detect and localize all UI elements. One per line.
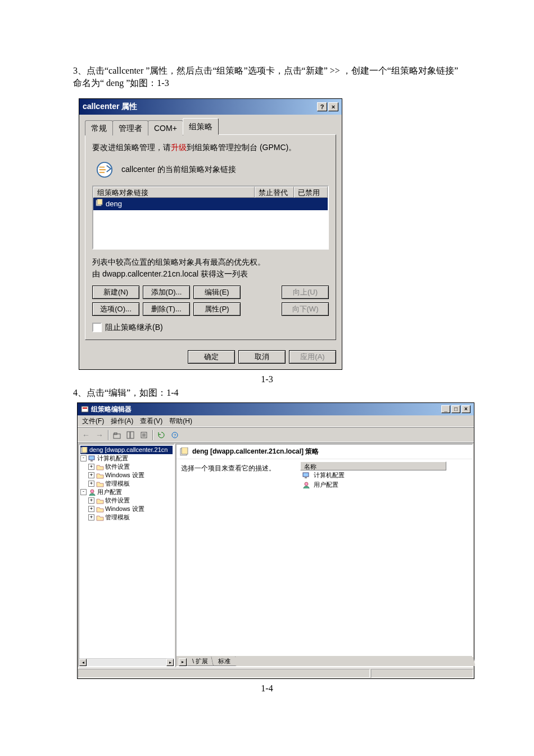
upgrade-link[interactable]: 升级 [171,143,187,152]
expand-icon[interactable]: + [88,514,94,520]
tree-uc-admin[interactable]: + 管理模板 [80,513,173,522]
add-button[interactable]: 添加(D)... [143,286,190,299]
properties-button[interactable]: 属性(P) [193,302,241,316]
help-icon[interactable]: ? [169,429,181,441]
cancel-button[interactable]: 取消 [238,350,286,364]
svg-rect-20 [305,477,307,478]
tree-root-label: deng [dwapp.callcenter.21cn [89,446,168,454]
description-hint: 选择一个项目来查看它的描述。 [181,464,275,472]
block-inheritance-checkbox[interactable] [92,323,102,332]
close-icon[interactable]: × [328,102,338,111]
menu-help[interactable]: 帮助(H) [169,417,192,426]
gpo-links-list[interactable]: 组策略对象链接 禁止替代 已禁用 deng [92,185,329,250]
expand-icon[interactable]: + [88,481,94,487]
tree-h-scrollbar[interactable]: ◂ ▸ [79,658,174,666]
new-button[interactable]: 新建(N) [92,286,139,299]
collapse-icon[interactable]: - [80,489,87,495]
maximize-icon[interactable]: □ [451,405,460,413]
figure-label-1-3: 1-3 [0,374,534,384]
tree-pane[interactable]: deng [dwapp.callcenter.21cn - 计算机配置 + 软件… [78,443,175,667]
apply-button: 应用(A) [289,350,336,364]
menu-view[interactable]: 查看(V) [140,417,162,426]
close-icon[interactable]: × [461,405,470,413]
help-icon[interactable]: ? [317,102,327,111]
tab-managedby[interactable]: 管理者 [112,120,148,135]
computer-icon [88,455,96,462]
current-links-label: callcenter 的当前组策略对象链接 [121,165,236,175]
down-button: 向下(W) [282,302,329,316]
forward-icon[interactable]: → [93,431,106,440]
menu-file[interactable]: 文件(F) [82,417,104,426]
tab-group-policy[interactable]: 组策略 [183,118,219,135]
collapse-icon[interactable]: - [80,455,87,461]
tree-label: 管理模板 [105,479,130,488]
tab-scroll-right-icon[interactable]: ▸ [179,658,187,666]
ok-button[interactable]: 确定 [188,350,235,364]
dialog-titlebar[interactable]: callcenter 属性 ? × [79,99,342,115]
col-name[interactable]: 名称 [300,461,446,470]
svg-rect-13 [82,447,87,452]
expand-icon[interactable]: + [88,472,94,478]
mmc-icon [81,405,89,413]
svg-rect-8 [130,432,134,438]
expand-icon[interactable]: + [88,464,94,470]
svg-rect-4 [83,408,87,409]
svg-rect-2 [97,199,102,205]
details-item-computer-config[interactable]: 计算机配置 [300,470,470,480]
tree-label: 软件设置 [105,463,130,471]
win2-titlebar[interactable]: 组策略编辑器 _ □ × [78,403,474,415]
toolbar: ← → ? [78,428,474,443]
note-line-1: 列表中较高位置的组策略对象具有最高的优先权。 [92,256,329,268]
policy-header-icon [180,447,189,456]
details-item-user-config[interactable]: 用户配置 [300,480,470,490]
list-item-label: deng [106,200,122,208]
col-disabled[interactable]: 已禁用 [294,187,328,198]
tree-label: 用户配置 [97,488,122,496]
tree-computer-config[interactable]: - 计算机配置 [80,454,173,463]
paragraph-1: 3、点击“callcenter ”属性，然后点击“组策略”选项卡，点击“新建” … [73,65,461,90]
tree-cc-admin[interactable]: + 管理模板 [80,479,173,488]
list-item-deng[interactable]: deng [93,198,328,210]
list-header: 组策略对象链接 禁止替代 已禁用 [93,187,328,198]
tab-extended[interactable]: \ 扩展 [187,657,214,666]
scroll-right-icon[interactable]: ▸ [166,659,174,666]
refresh-icon[interactable] [155,429,168,441]
tree-user-config[interactable]: - 用户配置 [80,488,173,496]
details-column-header[interactable]: 名称 [300,461,470,470]
callcenter-properties-dialog: callcenter 属性 ? × 常规 管理者 COM+ 组策略 要改进组策略… [79,98,342,370]
folder-icon [96,497,104,504]
up-level-icon[interactable] [111,429,123,441]
gpmc-hint: 要改进组策略管理，请升级到组策略管理控制台 (GPMC)。 [92,143,329,153]
tree-cc-software[interactable]: + 软件设置 [80,463,173,471]
svg-rect-15 [90,460,93,461]
scroll-left-icon[interactable]: ◂ [79,659,87,666]
tree-root[interactable]: deng [dwapp.callcenter.21cn [80,446,173,454]
tab-general[interactable]: 常规 [85,120,113,135]
tab-complus[interactable]: COM+ [148,120,183,135]
folder-icon [96,514,104,521]
hint-a: 要改进组策略管理，请 [92,143,171,152]
svg-point-16 [90,490,94,493]
export-list-icon[interactable] [138,429,150,441]
menu-bar: 文件(F) 操作(A) 查看(V) 帮助(H) [78,415,474,428]
tree-label: 软件设置 [105,496,130,505]
expand-icon[interactable]: + [88,497,94,504]
delete-button[interactable]: 删除(T)... [143,302,190,316]
back-icon[interactable]: ← [80,431,92,440]
folder-icon [96,472,104,479]
options-button[interactable]: 选项(O)... [92,302,139,316]
show-hide-tree-icon[interactable] [124,429,137,441]
col-link[interactable]: 组策略对象链接 [93,187,255,198]
menu-action[interactable]: 操作(A) [111,417,133,426]
block-inheritance-label: 阻止策略继承(B) [105,323,163,333]
tree-uc-software[interactable]: + 软件设置 [80,496,173,505]
paragraph-2: 4、点击“编辑”，如图：1-4 [73,387,461,399]
expand-icon[interactable]: + [88,506,94,512]
edit-button[interactable]: 编辑(E) [193,286,241,299]
tree-cc-windows[interactable]: + Windows 设置 [80,471,173,479]
minimize-icon[interactable]: _ [441,405,450,413]
svg-rect-3 [82,406,88,412]
tree-uc-windows[interactable]: + Windows 设置 [80,505,173,513]
col-nooverride[interactable]: 禁止替代 [255,187,294,198]
folder-icon [96,481,104,487]
